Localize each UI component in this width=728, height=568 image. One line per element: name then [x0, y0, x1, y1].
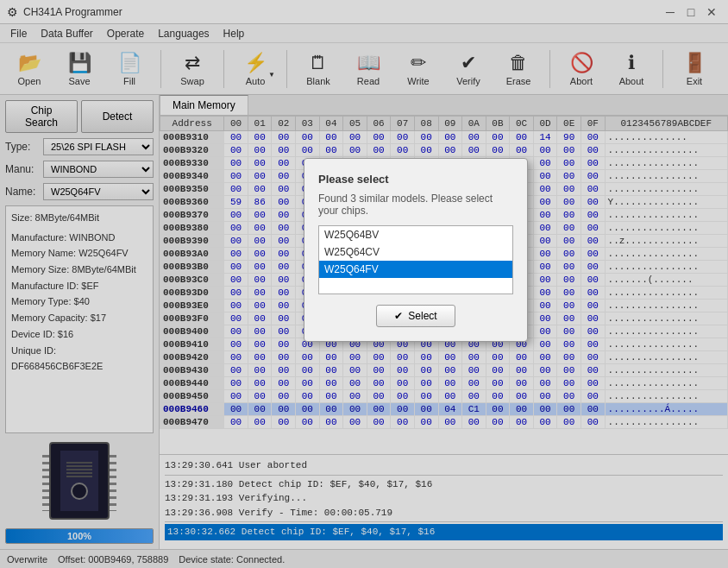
select-check-icon: ✔ — [394, 310, 403, 322]
modal-footer: ✔ Select — [318, 305, 513, 327]
chip-item-1[interactable]: W25Q64CV — [319, 243, 512, 261]
chip-list[interactable]: W25Q64BV W25Q64CV W25Q64FV — [318, 225, 513, 294]
select-label: Select — [408, 310, 436, 322]
modal-description: Found 3 similar models. Please select yo… — [318, 192, 513, 217]
modal-title: Please select — [318, 173, 513, 186]
chip-item-0[interactable]: W25Q64BV — [319, 226, 512, 243]
modal-overlay: Please select Found 3 similar models. Pl… — [0, 0, 728, 568]
chip-item-2[interactable]: W25Q64FV — [319, 261, 512, 278]
select-button[interactable]: ✔ Select — [376, 305, 455, 327]
modal-dialog: Please select Found 3 similar models. Pl… — [304, 158, 528, 342]
